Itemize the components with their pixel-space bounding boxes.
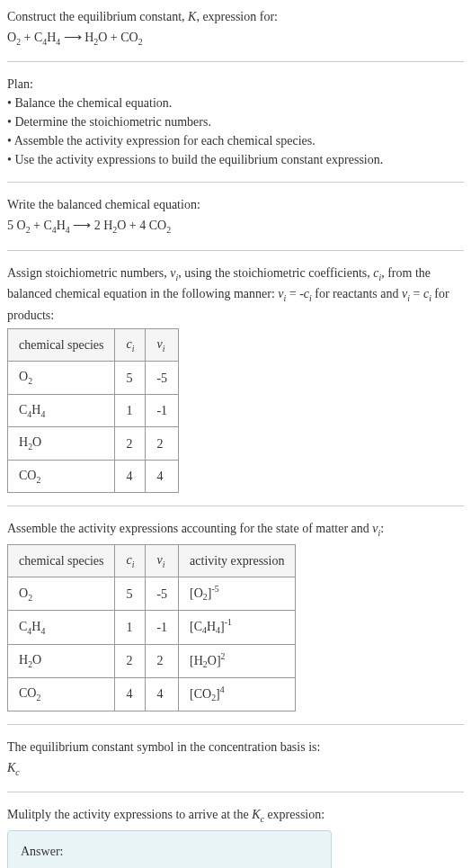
th-species: chemical species [8, 328, 115, 361]
cell-species: H2O [8, 644, 115, 677]
sub: 2 [28, 376, 32, 386]
stoich-table-1: chemical species ci νi O2 5 -5 C4H4 1 -1… [7, 328, 179, 493]
balanced-equation: 5 O2 + C4H4 ⟶ 2 H2O + 4 CO2 [7, 216, 464, 237]
sup: -1 [225, 617, 232, 627]
table-row: C4H4 1 -1 [8, 394, 179, 426]
sup: -5 [211, 584, 218, 594]
assign-t4: for reactants and [312, 287, 402, 300]
sub-i: i [132, 559, 135, 569]
cell-c: 1 [115, 394, 146, 426]
eq-plus: + C [21, 31, 42, 44]
sub-c: c [15, 767, 19, 777]
cell-nu: 4 [146, 677, 179, 711]
kc: K [7, 761, 15, 774]
table-row: O2 5 -5 [8, 362, 179, 394]
sp: CO [19, 469, 36, 482]
table-row: CO2 4 4 [CO2]4 [8, 677, 296, 711]
divider [7, 506, 464, 506]
assemble-section: Assemble the activity expressions accoun… [7, 519, 464, 711]
cell-nu: 2 [146, 644, 179, 677]
sub-i: i [163, 559, 165, 569]
th-nui: νi [146, 544, 179, 577]
bal-arrow: ⟶ 2 H [70, 219, 113, 232]
sp: O [19, 586, 28, 600]
table-header-row: chemical species ci νi [8, 328, 179, 361]
plan-title: Plan: [7, 75, 464, 94]
th-nui: νi [146, 328, 179, 361]
cell-species: CO2 [8, 460, 115, 492]
cell-c: 4 [115, 460, 146, 492]
sp: O [19, 370, 28, 383]
sub: 4 [216, 626, 220, 636]
intro-K: K [188, 10, 196, 23]
answer-label: Answer: [21, 842, 318, 861]
sub: 2 [203, 659, 208, 669]
divider [7, 250, 464, 251]
cell-activity: [C4H4]-1 [179, 611, 296, 644]
cell-c: 5 [115, 577, 146, 611]
sub: 4 [202, 626, 207, 636]
sub: 4 [40, 409, 45, 419]
cell-nu: 2 [146, 427, 179, 460]
kc-symbol: Kc [7, 758, 464, 779]
cell-c: 2 [115, 644, 146, 677]
sup: 2 [221, 651, 226, 661]
sub: 2 [28, 592, 32, 602]
divider [7, 724, 464, 725]
balanced-section: Write the balanced chemical equation: 5 … [7, 195, 464, 237]
eq-eq: = [410, 287, 423, 300]
divider [7, 182, 464, 183]
kc: K [252, 808, 260, 821]
plan-item-4: • Use the activity expressions to build … [7, 150, 464, 169]
table-row: O2 5 -5 [O2]-5 [8, 577, 296, 611]
th-species: chemical species [8, 544, 115, 577]
cell-nu: -1 [146, 394, 179, 426]
cell-species: O2 [8, 577, 115, 611]
sub-i: i [132, 344, 135, 353]
sub: 2 [36, 693, 40, 702]
eq-end: O + CO [98, 31, 138, 44]
bal-5o: 5 O [7, 219, 26, 232]
answer-box: Answer: Kc = [O2]-5 [C4H4]-1 [H2O]2 [CO2… [7, 830, 332, 868]
sub: 2 [203, 593, 208, 603]
cell-c: 5 [115, 362, 146, 394]
sp: H [19, 653, 28, 667]
sub: 2 [211, 693, 216, 702]
divider [7, 61, 464, 62]
assign-t1: Assign stoichiometric numbers, [7, 266, 170, 280]
multiply-section: Mulitply the activity expressions to arr… [7, 805, 464, 868]
table-row: H2O 2 2 [H2O]2 [8, 644, 296, 677]
divider [7, 792, 464, 792]
mult-t2: expression: [264, 808, 324, 821]
eq-arrow: ⟶ H [60, 31, 93, 44]
sub: 2 [36, 475, 40, 485]
sub-i: i [163, 344, 165, 353]
sp: H [19, 435, 28, 449]
sub: 4 [40, 626, 45, 636]
plan-section: Plan: • Balance the chemical equation. •… [7, 75, 464, 169]
cell-species: CO2 [8, 677, 115, 711]
cell-species: C4H4 [8, 611, 115, 644]
cell-species: C4H4 [8, 394, 115, 426]
assign-t2: , using the stoichiometric coefficients, [178, 266, 373, 280]
sub: 2 [166, 225, 171, 235]
activity-table: chemical species ci νi activity expressi… [7, 544, 296, 711]
intro-section: Construct the equilibrium constant, K, e… [7, 7, 464, 49]
balanced-title: Write the balanced chemical equation: [7, 195, 464, 214]
cell-c: 1 [115, 611, 146, 644]
cell-c: 4 [115, 677, 146, 711]
intro-text: Construct the equilibrium constant, [7, 10, 188, 23]
sp: CO [19, 686, 36, 700]
eq-neg: = - [286, 287, 304, 300]
th-ci: ci [115, 544, 146, 577]
bal-h: H [57, 219, 66, 232]
plan-item-2: • Determine the stoichiometric numbers. [7, 112, 464, 131]
cell-species: O2 [8, 362, 115, 394]
cell-nu: -1 [146, 611, 179, 644]
assemble-t1: Assemble the activity expressions accoun… [7, 522, 372, 535]
table-row: CO2 4 4 [8, 460, 179, 492]
sp2: O [32, 653, 41, 667]
table-header-row: chemical species ci νi activity expressi… [8, 544, 296, 577]
multiply-text: Mulitply the activity expressions to arr… [7, 805, 464, 826]
bal-plus: + C [31, 219, 52, 232]
